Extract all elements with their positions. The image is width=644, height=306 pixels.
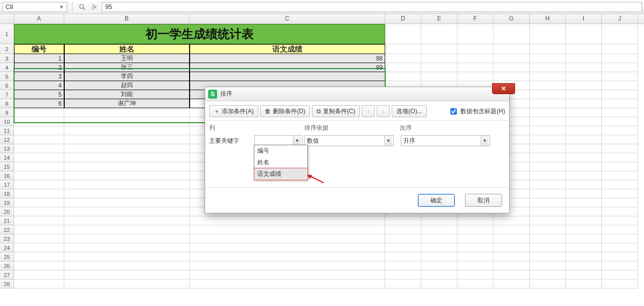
cell[interactable]	[385, 63, 421, 72]
row-header[interactable]: 16	[0, 171, 14, 180]
cell[interactable]	[566, 252, 602, 261]
row-header[interactable]: 7	[0, 90, 14, 99]
cell[interactable]	[190, 261, 385, 270]
cell[interactable]	[64, 243, 190, 252]
cell[interactable]	[64, 189, 190, 198]
cell-name[interactable]: 赵四	[64, 81, 190, 90]
cell[interactable]	[64, 216, 190, 225]
cell[interactable]	[602, 126, 638, 135]
cell[interactable]	[566, 99, 602, 108]
cell[interactable]	[457, 279, 494, 288]
row-header[interactable]: 6	[0, 81, 14, 90]
cell[interactable]	[530, 24, 566, 44]
cell[interactable]	[530, 72, 566, 81]
cell[interactable]	[566, 234, 602, 243]
cell[interactable]	[190, 216, 385, 225]
cell[interactable]	[494, 279, 530, 288]
cell[interactable]	[566, 108, 602, 117]
move-up-button[interactable]: ↑	[362, 105, 375, 117]
cell[interactable]	[494, 216, 530, 225]
cell[interactable]	[421, 24, 457, 44]
cell[interactable]	[385, 225, 421, 234]
cell[interactable]	[190, 234, 385, 243]
cell[interactable]	[14, 243, 64, 252]
cell[interactable]	[566, 126, 602, 135]
cell[interactable]	[457, 63, 494, 72]
cell[interactable]	[494, 234, 530, 243]
row-header[interactable]: 18	[0, 189, 14, 198]
cell[interactable]	[494, 54, 530, 63]
cell[interactable]	[566, 117, 602, 126]
cell-id[interactable]: 4	[14, 81, 64, 90]
cell[interactable]	[602, 252, 638, 261]
cell[interactable]	[14, 126, 64, 135]
cell[interactable]	[14, 225, 64, 234]
cell[interactable]	[494, 225, 530, 234]
cell[interactable]	[602, 279, 638, 288]
cell[interactable]	[566, 54, 602, 63]
cell[interactable]	[530, 171, 566, 180]
cell[interactable]	[530, 63, 566, 72]
cell-id[interactable]: 5	[14, 90, 64, 99]
cell[interactable]	[530, 135, 566, 144]
cell[interactable]	[602, 90, 638, 99]
row-header[interactable]: 19	[0, 198, 14, 207]
cell[interactable]	[566, 135, 602, 144]
cell[interactable]	[566, 44, 602, 54]
row-header[interactable]: 24	[0, 243, 14, 252]
cell[interactable]	[602, 24, 638, 44]
cell[interactable]	[494, 261, 530, 270]
cell[interactable]	[14, 234, 64, 243]
cell[interactable]	[385, 234, 421, 243]
cell[interactable]	[64, 252, 190, 261]
cell[interactable]	[530, 90, 566, 99]
row-header[interactable]: 28	[0, 279, 14, 288]
column-header[interactable]: I	[566, 14, 602, 24]
cell[interactable]	[602, 153, 638, 162]
cell[interactable]	[494, 252, 530, 261]
cell[interactable]	[14, 171, 64, 180]
cell[interactable]	[14, 108, 64, 117]
row-header[interactable]: 12	[0, 135, 14, 144]
cell[interactable]	[602, 180, 638, 189]
row-header[interactable]: 10	[0, 117, 14, 126]
cell[interactable]	[530, 108, 566, 117]
name-box[interactable]: C8 ▼	[2, 2, 67, 12]
column-header[interactable]: G	[494, 14, 530, 24]
cell[interactable]	[602, 144, 638, 153]
row-header[interactable]: 5	[0, 72, 14, 81]
cell[interactable]	[530, 279, 566, 288]
cell[interactable]	[14, 135, 64, 144]
cell[interactable]	[190, 225, 385, 234]
cell[interactable]	[14, 270, 64, 279]
cell[interactable]	[14, 117, 64, 126]
cell[interactable]	[190, 252, 385, 261]
cell[interactable]	[385, 72, 421, 81]
cell[interactable]	[530, 81, 566, 90]
add-condition-button[interactable]: ＋ 添加条件(A)	[209, 105, 258, 117]
row-header[interactable]: 25	[0, 252, 14, 261]
cell[interactable]	[385, 261, 421, 270]
cell[interactable]	[385, 44, 421, 54]
row-header[interactable]: 23	[0, 234, 14, 243]
cell[interactable]	[64, 135, 190, 144]
cell[interactable]	[14, 252, 64, 261]
cell[interactable]	[530, 99, 566, 108]
header-score[interactable]: 语文成绩	[190, 44, 385, 54]
cell[interactable]	[14, 180, 64, 189]
column-header[interactable]: E	[421, 14, 457, 24]
cell[interactable]	[602, 135, 638, 144]
cell[interactable]	[457, 243, 494, 252]
cell[interactable]	[566, 153, 602, 162]
row-header[interactable]: 11	[0, 126, 14, 135]
cell-score[interactable]: 89	[190, 63, 385, 72]
cell[interactable]	[494, 63, 530, 72]
cell[interactable]	[530, 234, 566, 243]
column-header[interactable]: C	[190, 14, 385, 24]
cell[interactable]	[64, 261, 190, 270]
cell[interactable]	[385, 54, 421, 63]
cell[interactable]	[421, 216, 457, 225]
cell-name[interactable]: 张三	[64, 63, 190, 72]
cell-name[interactable]: 王明	[64, 54, 190, 63]
cell[interactable]	[566, 207, 602, 216]
